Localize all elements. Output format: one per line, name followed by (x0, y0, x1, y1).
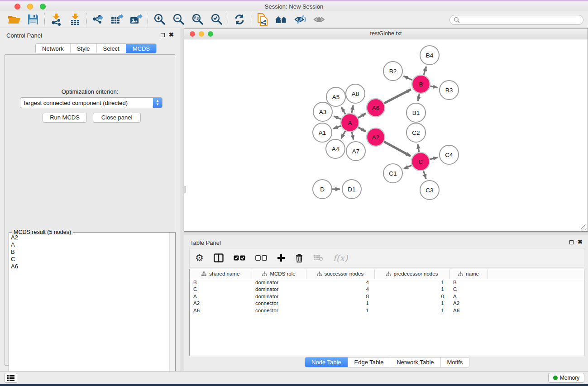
mcds-result-item[interactable]: C (11, 256, 175, 263)
refresh-icon[interactable] (230, 12, 249, 27)
clone-network-icon[interactable] (253, 12, 272, 27)
graph-edge-A-A6[interactable] (358, 114, 366, 118)
table-row[interactable]: Bdominator41B (190, 279, 584, 286)
open-session-icon[interactable] (5, 12, 24, 27)
export-table-icon[interactable] (108, 12, 127, 27)
graph-edge-B-B1[interactable] (418, 94, 419, 101)
table-cell[interactable]: 4 (306, 279, 374, 286)
table-tab-node-table[interactable]: Node Table (305, 357, 348, 367)
table-cell[interactable]: connector (252, 307, 306, 314)
table-cell[interactable]: 1 (306, 307, 374, 314)
mcds-result-item[interactable]: A2 (11, 234, 175, 241)
table-cell[interactable]: dominator (252, 293, 306, 300)
float-table-panel-icon[interactable] (569, 240, 574, 244)
graph-node-A1[interactable]: A1 (313, 123, 332, 142)
close-panel-icon[interactable]: ✖ (169, 33, 174, 37)
network-window-titlebar[interactable]: testGlobe.txt (184, 29, 588, 39)
panel-list-icon[interactable] (5, 373, 17, 383)
table-row[interactable]: A6connector11A6 (190, 307, 584, 314)
table-cell[interactable]: A (190, 293, 252, 300)
select-all-icon[interactable] (234, 255, 245, 261)
columns-icon[interactable] (214, 253, 224, 262)
graph-node-A[interactable]: A (341, 114, 359, 132)
graph-node-D1[interactable]: D1 (342, 180, 361, 199)
export-image-icon[interactable] (127, 12, 146, 27)
table-cell[interactable]: A6 (190, 307, 252, 314)
graph-node-B4[interactable]: B4 (420, 46, 439, 65)
graph-edge-B-B2[interactable] (404, 76, 412, 80)
table-cell[interactable]: 1 (374, 279, 449, 286)
delete-table-icon[interactable] (313, 255, 323, 261)
search-input[interactable] (460, 17, 573, 23)
import-table-icon[interactable] (66, 12, 85, 27)
delete-column-icon[interactable] (295, 253, 303, 262)
graph-edge-C-C2[interactable] (418, 144, 419, 152)
table-cell[interactable]: 0 (374, 293, 449, 300)
table-cell[interactable]: 8 (306, 293, 374, 300)
graph-edge-C-C3[interactable] (423, 171, 426, 179)
table-cell[interactable]: dominator (252, 279, 306, 286)
optimization-criterion-dropdown[interactable]: largest connected component (directed) ▲… (20, 97, 163, 108)
graph-node-B[interactable]: B (412, 75, 430, 93)
table-cell[interactable]: 4 (306, 286, 374, 293)
graph-edge-A-A5[interactable] (341, 107, 345, 114)
graph-node-A7[interactable]: A7 (346, 142, 365, 161)
graph-edge-A-A1[interactable] (333, 126, 341, 129)
graph-edge-C-C4[interactable] (430, 157, 437, 159)
table-tab-network-table[interactable]: Network Table (390, 357, 440, 367)
graph-node-A3[interactable]: A3 (313, 102, 332, 121)
graph-edge-A-A2[interactable] (358, 127, 366, 131)
graph-edge-A-A7[interactable] (352, 132, 354, 140)
table-tab-motifs[interactable]: Motifs (440, 357, 469, 367)
table-cell[interactable]: B (190, 279, 252, 286)
table-cell[interactable]: B (449, 279, 488, 286)
graph-edge-A-A3[interactable] (334, 116, 341, 119)
graph-node-C4[interactable]: C4 (440, 145, 459, 164)
table-row[interactable]: A2connector11A2 (190, 300, 584, 307)
graph-node-C3[interactable]: C3 (420, 181, 439, 200)
graph-node-C1[interactable]: C1 (383, 164, 402, 183)
import-network-icon[interactable] (47, 12, 66, 27)
close-table-panel-icon[interactable]: ✖ (578, 240, 583, 244)
table-cell[interactable]: A6 (449, 307, 488, 314)
table-cell[interactable]: C (449, 286, 488, 293)
run-mcds-button[interactable]: Run MCDS (43, 113, 87, 123)
graph-edge-C-C1[interactable] (404, 165, 412, 169)
graph-node-B1[interactable]: B1 (406, 103, 425, 122)
zoom-out-icon[interactable] (169, 12, 188, 27)
float-panel-icon[interactable] (161, 33, 165, 37)
zoom-fit-icon[interactable] (188, 12, 207, 27)
table-cell[interactable]: 1 (374, 286, 449, 293)
graph-edge-B-B3[interactable] (430, 86, 438, 87)
search-box[interactable] (449, 15, 583, 25)
column-header-shared-name[interactable]: shared name (190, 269, 252, 279)
settings-gear-icon[interactable]: ⚙ (195, 253, 204, 262)
window-resize-grip[interactable] (581, 224, 587, 230)
show-panel-icon[interactable] (310, 12, 329, 27)
table-row[interactable]: Cdominator41C (190, 286, 584, 293)
deselect-all-icon[interactable] (255, 255, 267, 261)
table-cell[interactable]: A2 (449, 300, 488, 307)
table-row[interactable]: Adominator80A (190, 293, 584, 300)
graph-edge-A6-B[interactable] (384, 90, 411, 104)
network-canvas[interactable]: AA1A2A3A4A5A6A7A8BB1B2B3B4CC1C2C3C4DD1 (184, 40, 588, 231)
graph-node-D[interactable]: D (313, 180, 332, 199)
mcds-result-item[interactable]: B (11, 248, 175, 256)
result-scrollbar[interactable] (169, 233, 175, 386)
graph-node-A2[interactable]: A2 (367, 128, 385, 146)
graph-node-B3[interactable]: B3 (440, 81, 459, 100)
graph-edge-B-B4[interactable] (424, 67, 426, 75)
home-view-icon[interactable] (272, 12, 291, 27)
table-cell[interactable]: 1 (374, 307, 449, 314)
memory-button[interactable]: Memory (548, 373, 584, 383)
column-header-successor-nodes[interactable]: successor nodes (306, 269, 374, 279)
graph-node-A6[interactable]: A6 (367, 99, 385, 117)
table-cell[interactable]: 1 (306, 300, 374, 307)
close-panel-button[interactable]: Close panel (93, 113, 141, 123)
function-builder-icon[interactable]: f(x) (333, 253, 348, 263)
graph-node-B2[interactable]: B2 (383, 62, 402, 81)
mcds-result-item[interactable]: A6 (11, 263, 175, 270)
graph-edge-A-A8[interactable] (352, 105, 353, 114)
tab-select[interactable]: Select (96, 44, 126, 53)
hide-panel-icon[interactable] (291, 12, 310, 27)
